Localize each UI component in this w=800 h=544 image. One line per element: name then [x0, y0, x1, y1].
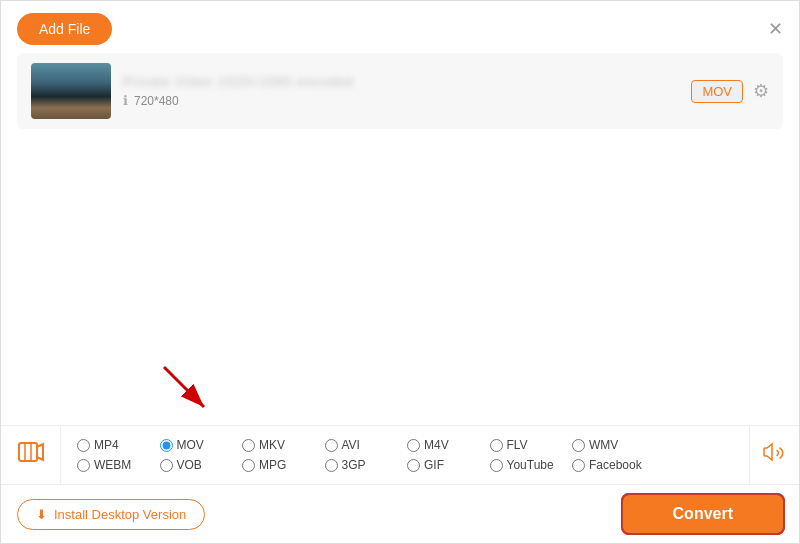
format-option-youtube[interactable]: YouTube: [490, 458, 569, 472]
format-label-mp4: MP4: [94, 438, 119, 452]
format-option-avi[interactable]: AVI: [325, 438, 404, 452]
video-icon: [17, 438, 45, 472]
format-option-webm[interactable]: WEBM: [77, 458, 156, 472]
format-label-youtube: YouTube: [507, 458, 554, 472]
format-option-vob[interactable]: VOB: [160, 458, 239, 472]
format-label-mkv: MKV: [259, 438, 285, 452]
radio-facebook[interactable]: [572, 459, 585, 472]
format-label-m4v: M4V: [424, 438, 449, 452]
format-label-webm: WEBM: [94, 458, 131, 472]
format-option-mp4[interactable]: MP4: [77, 438, 156, 452]
info-icon: ℹ: [123, 93, 128, 108]
empty-space: [1, 129, 799, 425]
format-label-3gp: 3GP: [342, 458, 366, 472]
close-button[interactable]: ✕: [768, 20, 783, 38]
radio-m4v[interactable]: [407, 439, 420, 452]
format-label-facebook: Facebook: [589, 458, 642, 472]
format-option-gif[interactable]: GIF: [407, 458, 486, 472]
format-label-mpg: MPG: [259, 458, 286, 472]
file-area: Private Video 1920×1080 encoded ℹ 720*48…: [1, 53, 799, 129]
format-option-mov[interactable]: MOV: [160, 438, 239, 452]
format-options: MP4 MOV MKV AVI M4V FLV: [61, 426, 749, 484]
audio-icon-col[interactable]: [749, 426, 799, 484]
format-option-flv[interactable]: FLV: [490, 438, 569, 452]
format-label-flv: FLV: [507, 438, 528, 452]
format-label-gif: GIF: [424, 458, 444, 472]
svg-rect-2: [19, 443, 37, 461]
radio-flv[interactable]: [490, 439, 503, 452]
format-label-wmv: WMV: [589, 438, 618, 452]
audio-icon: [763, 441, 787, 470]
radio-wmv[interactable]: [572, 439, 585, 452]
settings-icon[interactable]: ⚙: [753, 80, 769, 102]
file-resolution: 720*480: [134, 94, 179, 108]
file-thumbnail: [31, 63, 111, 119]
file-actions: MOV ⚙: [691, 80, 769, 103]
format-label-avi: AVI: [342, 438, 360, 452]
radio-mp4[interactable]: [77, 439, 90, 452]
format-label-vob: VOB: [177, 458, 202, 472]
add-file-button[interactable]: Add File: [17, 13, 112, 45]
radio-3gp[interactable]: [325, 459, 338, 472]
radio-youtube[interactable]: [490, 459, 503, 472]
format-option-mpg[interactable]: MPG: [242, 458, 321, 472]
bottom-bar: ⬇ Install Desktop Version Convert: [1, 484, 799, 543]
top-bar: Add File ✕: [1, 1, 799, 53]
file-name: Private Video 1920×1080 encoded: [123, 74, 679, 89]
install-label: Install Desktop Version: [54, 507, 186, 522]
radio-avi[interactable]: [325, 439, 338, 452]
download-icon: ⬇: [36, 507, 47, 522]
install-desktop-button[interactable]: ⬇ Install Desktop Version: [17, 499, 205, 530]
format-option-3gp[interactable]: 3GP: [325, 458, 404, 472]
format-option-m4v[interactable]: M4V: [407, 438, 486, 452]
main-window: Add File ✕ Private Video 1920×1080 encod…: [0, 0, 800, 544]
format-option-facebook[interactable]: Facebook: [572, 458, 651, 472]
radio-vob[interactable]: [160, 459, 173, 472]
radio-gif[interactable]: [407, 459, 420, 472]
convert-button[interactable]: Convert: [623, 495, 783, 533]
radio-mkv[interactable]: [242, 439, 255, 452]
file-item: Private Video 1920×1080 encoded ℹ 720*48…: [17, 53, 783, 129]
format-label-mov: MOV: [177, 438, 204, 452]
video-icon-col: [1, 426, 61, 484]
radio-webm[interactable]: [77, 459, 90, 472]
format-option-wmv[interactable]: WMV: [572, 438, 651, 452]
format-area: MP4 MOV MKV AVI M4V FLV: [1, 425, 799, 484]
file-info: Private Video 1920×1080 encoded ℹ 720*48…: [123, 74, 679, 108]
format-option-mkv[interactable]: MKV: [242, 438, 321, 452]
file-meta: ℹ 720*480: [123, 93, 679, 108]
radio-mpg[interactable]: [242, 459, 255, 472]
radio-mov[interactable]: [160, 439, 173, 452]
format-badge[interactable]: MOV: [691, 80, 743, 103]
